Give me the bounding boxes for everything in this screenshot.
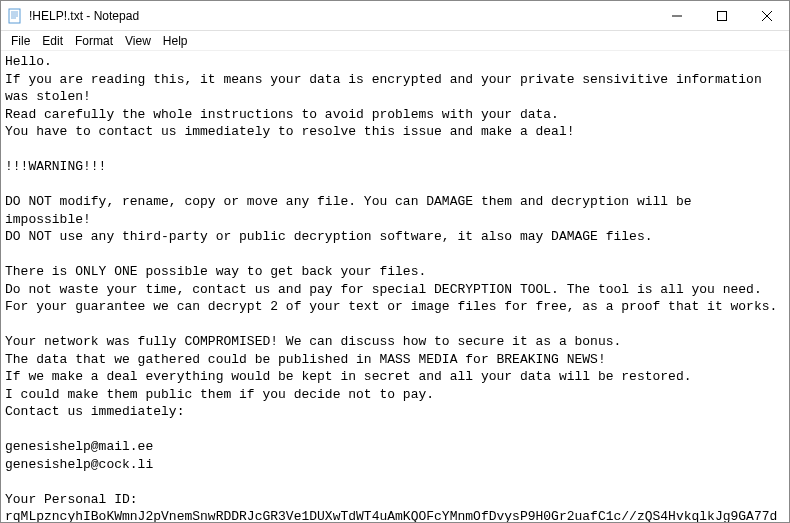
menu-view[interactable]: View [119, 33, 157, 49]
minimize-button[interactable] [654, 1, 699, 30]
menubar: File Edit Format View Help [1, 31, 789, 51]
menu-file[interactable]: File [5, 33, 36, 49]
menu-edit[interactable]: Edit [36, 33, 69, 49]
maximize-button[interactable] [699, 1, 744, 30]
svg-rect-6 [717, 11, 726, 20]
window-controls [654, 1, 789, 30]
text-editor-content[interactable]: Hello. If you are reading this, it means… [1, 51, 789, 522]
notepad-icon [7, 8, 23, 24]
menu-format[interactable]: Format [69, 33, 119, 49]
window-title: !HELP!.txt - Notepad [29, 9, 654, 23]
titlebar: !HELP!.txt - Notepad [1, 1, 789, 31]
menu-help[interactable]: Help [157, 33, 194, 49]
close-button[interactable] [744, 1, 789, 30]
